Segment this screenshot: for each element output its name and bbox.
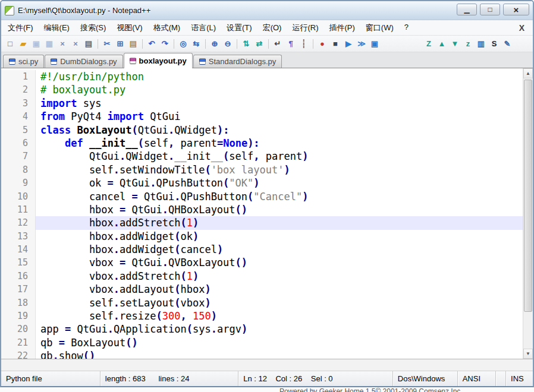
scroll-down-arrow-icon[interactable]: ▼ — [523, 349, 533, 359]
code-line[interactable]: 8 self.setWindowTitle('box layout') — [1, 163, 523, 176]
save-icon[interactable]: ▣ — [30, 38, 42, 50]
vertical-scrollbar[interactable]: ▲ ▼ — [523, 68, 533, 359]
tab-boxlayout-py[interactable]: boxlayout.py — [124, 53, 193, 68]
code-line[interactable]: 16 vbox.addStretch(1) — [1, 270, 523, 283]
line-number[interactable]: 15 — [1, 256, 36, 269]
line-number[interactable]: 9 — [1, 176, 36, 189]
open-folder-icon[interactable]: ▰ — [17, 38, 29, 50]
tab-sci-py[interactable]: sci.py — [3, 55, 44, 68]
menu-item-file[interactable]: 文件(F) — [2, 20, 39, 36]
code-line[interactable]: 2# boxlayout.py — [1, 83, 523, 96]
code-line[interactable]: 12 hbox.addStretch(1) — [1, 216, 523, 229]
menu-item-encoding[interactable]: 格式(M) — [148, 20, 186, 36]
show-all-characters-icon[interactable]: ¶ — [285, 38, 297, 50]
scrollbar-track[interactable] — [523, 78, 533, 349]
line-number[interactable]: 10 — [1, 190, 36, 203]
code-line[interactable]: 20app = QtGui.QApplication(sys.argv) — [1, 323, 523, 336]
line-number[interactable]: 14 — [1, 243, 36, 256]
line-number[interactable]: 6 — [1, 137, 36, 150]
line-number[interactable]: 22 — [1, 349, 36, 359]
line-number[interactable]: 19 — [1, 309, 36, 323]
line-number[interactable]: 17 — [1, 283, 36, 296]
zoom-out-icon[interactable]: ⊖ — [222, 38, 234, 50]
line-number[interactable]: 11 — [1, 203, 36, 216]
line-number[interactable]: 1 — [1, 70, 36, 83]
code-line[interactable]: 21qb = BoxLayout() — [1, 336, 523, 349]
sync-horizontal-scroll-icon[interactable]: ⇄ — [253, 38, 265, 50]
cut-icon[interactable]: ✂ — [101, 38, 113, 50]
show-indent-guide-icon[interactable]: ┆ — [298, 38, 310, 50]
menu-item-language[interactable]: 语言(L) — [186, 20, 221, 36]
tab-dumbdialogs-py[interactable]: DumbDialogs.py — [45, 55, 122, 68]
line-number[interactable]: 13 — [1, 230, 36, 243]
close-file-icon[interactable]: × — [56, 38, 68, 50]
code-line[interactable]: 9 ok = QtGui.QPushButton("OK") — [1, 176, 523, 189]
code-line[interactable]: 13 hbox.addWidget(ok) — [1, 230, 523, 243]
code-line[interactable]: 10 cancel = QtGui.QPushButton("Cancel") — [1, 190, 523, 203]
line-number[interactable]: 21 — [1, 336, 36, 349]
undo-icon[interactable]: ↶ — [146, 38, 158, 50]
record-macro-icon[interactable]: ● — [316, 38, 328, 50]
line-number[interactable]: 12 — [1, 216, 36, 229]
code-line[interactable]: 14 hbox.addWidget(cancel) — [1, 243, 523, 256]
run-macro-multiple-icon[interactable]: ≫ — [356, 38, 367, 50]
line-number[interactable]: 3 — [1, 97, 36, 110]
plugin-spell-check-icon[interactable]: S — [488, 38, 500, 50]
menu-item-help[interactable]: ? — [399, 20, 414, 36]
paste-icon[interactable]: ▤ — [127, 38, 139, 50]
statusbar-insert-mode[interactable]: INS — [506, 371, 533, 386]
menu-item-window[interactable]: 窗口(W) — [360, 20, 399, 36]
menu-item-plugins[interactable]: 插件(P) — [323, 20, 360, 36]
minimize-button[interactable]: ▁ — [457, 4, 477, 15]
menu-item-run[interactable]: 运行(R) — [287, 20, 323, 36]
code-line[interactable]: 1#!/usr/bin/python — [1, 70, 523, 83]
copy-icon[interactable]: ⊞ — [114, 38, 126, 50]
maximize-button[interactable]: □ — [480, 4, 500, 15]
find-icon[interactable]: ◎ — [177, 38, 189, 50]
editor[interactable]: 1#!/usr/bin/python2# boxlayout.py3import… — [1, 68, 533, 359]
code-line[interactable]: 6 def __init__(self, parent=None): — [1, 137, 523, 150]
save-all-icon[interactable]: ▦ — [43, 38, 55, 50]
plugin-sort-desc-icon[interactable]: z — [462, 38, 474, 50]
tab-standarddialogs-py[interactable]: StandardDialogs.py — [193, 55, 282, 68]
menu-item-settings[interactable]: 设置(T) — [221, 20, 257, 36]
redo-icon[interactable]: ↷ — [159, 38, 171, 50]
close-all-files-icon[interactable]: × — [70, 38, 81, 50]
menu-item-search[interactable]: 搜索(S) — [75, 20, 111, 36]
code-line[interactable]: 11 hbox = QtGui.QHBoxLayout() — [1, 203, 523, 216]
line-number[interactable]: 20 — [1, 323, 36, 336]
plugin-move-up-icon[interactable]: ▲ — [436, 38, 448, 50]
title-bar[interactable]: E:\myself\Qt\boxlayout.py - Notepad++ ▁ … — [1, 1, 533, 20]
close-button[interactable]: × — [503, 4, 529, 15]
code-line[interactable]: 15 vbox = QtGui.QVBoxLayout() — [1, 256, 523, 269]
line-number[interactable]: 16 — [1, 270, 36, 283]
stop-macro-icon[interactable]: ■ — [329, 38, 341, 50]
word-wrap-icon[interactable]: ↵ — [272, 38, 284, 50]
scroll-up-arrow-icon[interactable]: ▲ — [523, 68, 533, 78]
print-icon[interactable]: ▤ — [83, 38, 95, 50]
code-line[interactable]: 3import sys — [1, 97, 523, 110]
line-number[interactable]: 5 — [1, 124, 36, 137]
close-document-button[interactable]: X — [512, 23, 532, 33]
sync-vertical-scroll-icon[interactable]: ⇅ — [240, 38, 252, 50]
line-number[interactable]: 4 — [1, 110, 36, 123]
code-lines[interactable]: 1#!/usr/bin/python2# boxlayout.py3import… — [1, 68, 523, 359]
menu-item-view[interactable]: 视图(V) — [111, 20, 147, 36]
line-number[interactable]: 7 — [1, 150, 36, 163]
plugin-move-down-icon[interactable]: ▼ — [449, 38, 461, 50]
line-number[interactable]: 2 — [1, 83, 36, 96]
scrollbar-thumb[interactable] — [524, 80, 532, 312]
code-line[interactable]: 19 self.resize(300, 150) — [1, 309, 523, 323]
plugin-edit-pencil-icon[interactable]: ✎ — [501, 38, 513, 50]
plugin-sort-icon[interactable]: Z — [423, 38, 435, 50]
play-macro-icon[interactable]: ▶ — [343, 38, 354, 50]
line-number[interactable]: 8 — [1, 163, 36, 176]
zoom-in-icon[interactable]: ⊕ — [209, 38, 221, 50]
plugin-export-icon[interactable]: ▥ — [475, 38, 487, 50]
menu-item-macro[interactable]: 宏(O) — [257, 20, 287, 36]
code-line[interactable]: 18 self.setLayout(vbox) — [1, 296, 523, 309]
menu-item-edit[interactable]: 编辑(E) — [39, 20, 75, 36]
code-line[interactable]: 4from PyQt4 import QtGui — [1, 110, 523, 123]
save-macro-icon[interactable]: ▣ — [369, 38, 381, 50]
line-number[interactable]: 18 — [1, 296, 36, 309]
